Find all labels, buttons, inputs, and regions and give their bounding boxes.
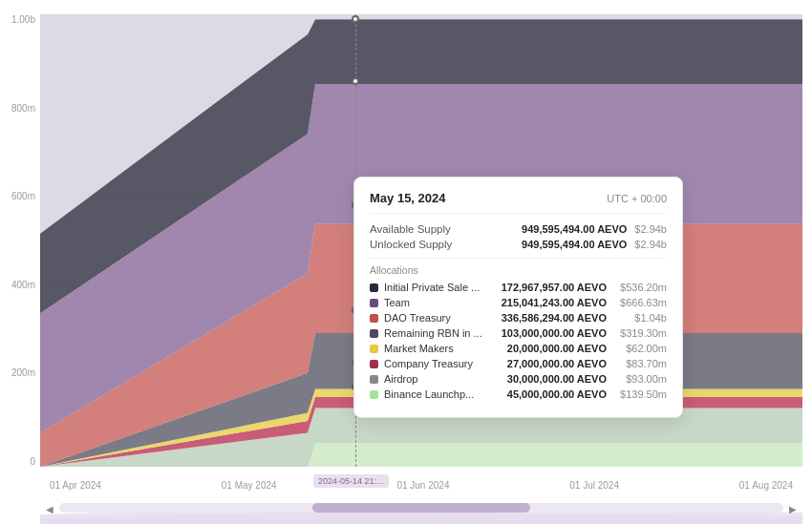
y-label-0: 0 [30, 456, 35, 467]
chart-container: Today Chart in UTC + 00:00 Time 1.00b 80… [0, 0, 812, 524]
unlocked-supply-usd: $2.94b [634, 239, 667, 250]
alloc-name-6: Airdrop [384, 373, 417, 385]
alloc-right-5: 27,000,000.00 AEVO $83.70m [507, 358, 667, 369]
chart-dot-top [352, 15, 359, 23]
x-label-aug: 01 Aug 2024 [739, 480, 793, 491]
tooltip-utc: UTC + 00:00 [607, 193, 667, 204]
alloc-left-4: Market Makers [370, 343, 507, 354]
x-label-may: 01 May 2024 [222, 480, 277, 491]
scrollbar-thumb[interactable] [312, 503, 529, 513]
scroll-right-btn[interactable]: ▶ [787, 501, 799, 516]
alloc-name-5: Company Treasury [384, 358, 473, 369]
alloc-left-6: Airdrop [370, 373, 507, 385]
alloc-row-1: Team 215,041,243.00 AEVO $666.63m [370, 297, 667, 308]
alloc-dot-1 [370, 299, 378, 307]
alloc-usd-5: $83.70m [614, 358, 667, 369]
alloc-row-2: DAO Treasury 336,586,294.00 AEVO $1.04b [370, 312, 667, 324]
alloc-name-3: Remaining RBN in ... [384, 327, 482, 339]
alloc-usd-7: $139.50m [614, 388, 667, 400]
alloc-dot-5 [370, 360, 378, 368]
scrollbar-track[interactable] [59, 503, 783, 513]
alloc-left-7: Binance Launchp... [370, 388, 507, 400]
scroll-left-btn[interactable]: ◀ [44, 501, 55, 516]
unlocked-supply-label: Unlocked Supply [370, 239, 452, 250]
alloc-row-5: Company Treasury 27,000,000.00 AEVO $83.… [370, 358, 667, 369]
alloc-right-6: 30,000,000.00 AEVO $93.00m [507, 373, 667, 385]
x-label-jul: 01 Jul 2024 [569, 480, 619, 491]
alloc-left-5: Company Treasury [370, 358, 507, 369]
alloc-aevo-2: 336,586,294.00 AEVO [502, 312, 607, 324]
alloc-right-0: 172,967,957.00 AEVO $536.20m [502, 282, 667, 293]
available-supply-row: Available Supply 949,595,494.00 AEVO $2.… [370, 223, 667, 235]
y-label-400m: 400m [11, 280, 35, 290]
tooltip-card: May 15, 2024 UTC + 00:00 Available Suppl… [353, 177, 683, 418]
x-axis: 01 Apr 2024 01 May 2024 01 Jun 2024 01 J… [40, 480, 802, 491]
y-label-600m: 600m [11, 191, 35, 201]
unlocked-supply-row: Unlocked Supply 949,595,494.00 AEVO $2.9… [370, 239, 667, 250]
alloc-name-1: Team [384, 297, 410, 308]
alloc-right-2: 336,586,294.00 AEVO $1.04b [502, 312, 667, 324]
tooltip-header: May 15, 2024 UTC + 00:00 [370, 191, 667, 214]
alloc-usd-0: $536.20m [614, 282, 667, 293]
alloc-aevo-1: 215,041,243.00 AEVO [502, 297, 607, 308]
alloc-name-4: Market Makers [384, 343, 454, 354]
alloc-row-7: Binance Launchp... 45,000,000.00 AEVO $1… [370, 388, 667, 400]
alloc-aevo-6: 30,000,000.00 AEVO [507, 373, 607, 385]
alloc-dot-4 [370, 345, 378, 353]
allocation-rows: Initial Private Sale ... 172,967,957.00 … [370, 282, 667, 400]
alloc-dot-7 [370, 390, 378, 399]
y-axis: 1.00b 800m 600m 400m 200m 0 [0, 14, 40, 467]
alloc-usd-1: $666.63m [614, 297, 667, 308]
alloc-name-2: DAO Treasury [384, 312, 451, 324]
alloc-dot-2 [370, 314, 378, 323]
alloc-right-1: 215,041,243.00 AEVO $666.63m [502, 297, 667, 308]
available-supply-aevo: 949,595,494.00 AEVO [522, 223, 627, 235]
alloc-row-4: Market Makers 20,000,000.00 AEVO $62.00m [370, 343, 667, 354]
alloc-usd-4: $62.00m [614, 343, 667, 354]
alloc-right-7: 45,000,000.00 AEVO $139.50m [507, 388, 667, 400]
tooltip-date: May 15, 2024 [370, 191, 446, 205]
alloc-name-7: Binance Launchp... [384, 388, 474, 400]
allocations-title: Allocations [370, 264, 667, 276]
alloc-left-0: Initial Private Sale ... [370, 282, 502, 293]
y-label-200m: 200m [11, 367, 35, 378]
alloc-row-3: Remaining RBN in ... 103,000,000.00 AEVO… [370, 327, 667, 339]
unlocked-supply-value: 949,595,494.00 AEVO $2.94b [522, 239, 667, 250]
alloc-usd-6: $93.00m [614, 373, 667, 385]
alloc-right-4: 20,000,000.00 AEVO $62.00m [507, 343, 667, 354]
alloc-row-0: Initial Private Sale ... 172,967,957.00 … [370, 282, 667, 293]
available-supply-value: 949,595,494.00 AEVO $2.94b [522, 223, 667, 235]
alloc-dot-3 [370, 329, 378, 338]
alloc-left-3: Remaining RBN in ... [370, 327, 502, 339]
alloc-aevo-7: 45,000,000.00 AEVO [507, 388, 607, 400]
alloc-row-6: Airdrop 30,000,000.00 AEVO $93.00m [370, 373, 667, 385]
chart-dot-2 [352, 77, 359, 85]
alloc-dot-0 [370, 283, 378, 292]
available-supply-usd: $2.94b [634, 223, 667, 235]
alloc-left-2: DAO Treasury [370, 312, 502, 324]
tooltip-divider [370, 258, 667, 259]
alloc-dot-6 [370, 375, 378, 384]
alloc-name-0: Initial Private Sale ... [384, 282, 480, 293]
x-label-jun: 01 Jun 2024 [396, 480, 449, 491]
alloc-right-3: 103,000,000.00 AEVO $319.30m [502, 327, 667, 339]
alloc-usd-2: $1.04b [614, 312, 667, 324]
alloc-aevo-4: 20,000,000.00 AEVO [507, 343, 607, 354]
alloc-aevo-5: 27,000,000.00 AEVO [507, 358, 607, 369]
alloc-left-1: Team [370, 297, 502, 308]
alloc-aevo-0: 172,967,957.00 AEVO [502, 282, 607, 293]
date-indicator: 2024-05-14 21:... [313, 474, 389, 488]
y-label-800m: 800m [11, 103, 35, 114]
alloc-aevo-3: 103,000,000.00 AEVO [502, 327, 607, 339]
scrollbar-area: ◀ ▶ [40, 493, 802, 524]
available-supply-label: Available Supply [370, 223, 451, 235]
unlocked-supply-aevo: 949,595,494.00 AEVO [522, 239, 627, 250]
y-label-1b: 1.00b [11, 14, 35, 25]
x-label-apr: 01 Apr 2024 [50, 480, 101, 491]
alloc-usd-3: $319.30m [614, 327, 667, 339]
